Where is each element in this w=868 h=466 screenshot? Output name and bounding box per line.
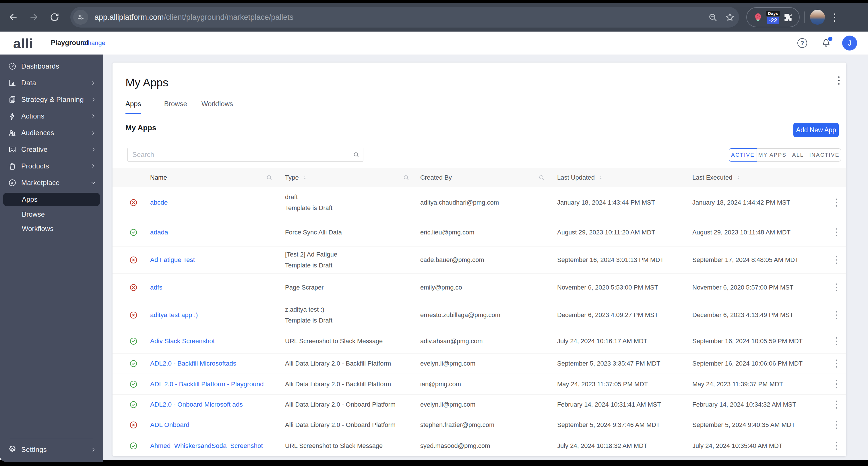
bookmark-star-icon[interactable] <box>725 12 735 22</box>
sidebar-item-dashboards[interactable]: Dashboards <box>0 58 103 74</box>
app-name-link[interactable]: aditya test app :) <box>150 311 198 319</box>
column-header-last-executed[interactable]: Last Executed <box>692 174 732 181</box>
app-name-link[interactable]: ADL Onboard <box>150 421 189 429</box>
image-icon <box>8 145 17 154</box>
filter-all[interactable]: ALL <box>788 148 808 161</box>
sidebar-item-label: Workflows <box>22 225 53 233</box>
sidebar-item-creative[interactable]: Creative <box>0 141 103 158</box>
app-name-link[interactable]: adfs <box>150 284 162 291</box>
sidebar-item-products[interactable]: Products <box>0 158 103 175</box>
sidebar-item-workflows[interactable]: Workflows <box>3 221 100 236</box>
extensions-puzzle-icon[interactable] <box>782 12 794 23</box>
sidebar-item-label: Products <box>21 162 49 170</box>
created-by-search-icon[interactable] <box>538 174 546 181</box>
app-name-link[interactable]: Ahmed_WhiskersandSoda_Screenshot <box>150 442 263 449</box>
filter-active[interactable]: ACTIVE <box>729 148 757 161</box>
table-row[interactable]: Ahmed_WhiskersandSoda_Screenshot URL Scr… <box>113 435 846 456</box>
url-host: app.alliplatform.com <box>94 13 164 22</box>
alli-logo: alli <box>13 36 33 51</box>
column-header-last-updated[interactable]: Last Updated <box>557 174 595 181</box>
notifications-bell-icon[interactable] <box>820 37 832 49</box>
table-row[interactable]: aditya test app :) z.aditya test :)Templ… <box>113 301 846 329</box>
sidebar-item-marketplace[interactable]: Marketplace <box>0 175 103 191</box>
row-actions-menu-icon[interactable] <box>836 311 837 319</box>
browser-profile-avatar[interactable] <box>810 10 825 25</box>
sidebar-item-browse[interactable]: Browse <box>3 207 100 221</box>
app-last-executed: November 6, 2020 5:57:00 PM MST <box>687 284 827 291</box>
table-row[interactable]: adada Force Sync Alli Data eric.lieu@pmg… <box>113 218 846 246</box>
browser-reload-icon[interactable] <box>50 12 60 22</box>
sidebar-sublist: AppsBrowseWorkflows <box>0 191 103 237</box>
status-active-icon <box>129 359 138 368</box>
strawberry-extension-icon[interactable] <box>753 12 764 23</box>
row-actions-menu-icon[interactable] <box>836 198 837 207</box>
row-actions-menu-icon[interactable] <box>836 228 837 237</box>
table-row[interactable]: ADL 2.0 - Backfill Platform - Playground… <box>113 374 846 394</box>
sidebar-item-settings[interactable]: Settings <box>0 441 103 458</box>
status-inactive-icon <box>129 421 138 429</box>
column-header-name[interactable]: Name <box>150 174 167 181</box>
app-name-link[interactable]: ADL2.0 - Onboard Microsoft ads <box>150 401 243 408</box>
sidebar-item-apps[interactable]: Apps <box>3 193 100 206</box>
row-actions-menu-icon[interactable] <box>836 337 837 345</box>
browser-forward-icon[interactable] <box>29 12 39 22</box>
zoom-indicator-icon[interactable] <box>708 12 718 22</box>
last-updated-sort-icon[interactable] <box>598 175 604 181</box>
row-actions-menu-icon[interactable] <box>836 421 837 429</box>
table-row[interactable]: ADL2.0 - Onboard Microsoft ads Alli Data… <box>113 394 846 415</box>
app-last-executed: May 24, 2023 11:39:37 PM MDT <box>687 380 827 388</box>
site-settings-icon[interactable] <box>73 10 88 25</box>
row-actions-menu-icon[interactable] <box>836 283 837 291</box>
user-avatar[interactable]: J <box>842 36 857 51</box>
table-row[interactable]: ADL2.0 - Backfill Microsoftads Alli Data… <box>113 353 846 374</box>
table-body: abcde draftTemplate is Draft aditya.chau… <box>113 187 846 456</box>
sidebar-item-actions[interactable]: Actions <box>0 108 103 125</box>
change-workspace-link[interactable]: Change <box>83 39 105 47</box>
section-title: My Apps <box>125 123 156 132</box>
card-menu-icon[interactable] <box>838 76 840 85</box>
filter-inactive[interactable]: INACTIVE <box>808 148 841 161</box>
table-row[interactable]: ADL Onboard Alli Data Library 2.0 - Onbo… <box>113 415 846 435</box>
filter-my-apps[interactable]: MY APPS <box>756 148 788 161</box>
app-created-by: eric.lieu@pmg.com <box>415 229 551 236</box>
app-name-link[interactable]: Adiv Slack Screenshot <box>150 337 215 345</box>
row-actions-menu-icon[interactable] <box>836 380 837 388</box>
app-name-link[interactable]: Ad Fatigue Test <box>150 256 195 264</box>
table-row[interactable]: Ad Fatigue Test [Test 2] Ad FatigueTempl… <box>113 246 846 274</box>
add-new-app-button[interactable]: Add New App <box>794 123 839 137</box>
tab-apps[interactable]: Apps <box>125 96 141 114</box>
row-actions-menu-icon[interactable] <box>836 360 837 368</box>
column-header-type[interactable]: Type <box>285 174 299 181</box>
sidebar-item-audiences[interactable]: Audiences <box>0 125 103 141</box>
tab-browse[interactable]: Browse <box>164 96 187 114</box>
address-bar[interactable]: app.alliplatform.com/client/playground/m… <box>70 7 739 28</box>
column-header-created-by[interactable]: Created By <box>420 174 452 181</box>
app-name-link[interactable]: adada <box>150 229 168 236</box>
table-row[interactable]: abcde draftTemplate is Draft aditya.chau… <box>113 187 846 218</box>
sidebar-item-strategy-planning[interactable]: Strategy & Planning <box>0 91 103 108</box>
last-executed-sort-icon[interactable] <box>735 175 741 181</box>
row-actions-menu-icon[interactable] <box>836 442 837 450</box>
search-input[interactable] <box>127 148 363 161</box>
chevron-right-icon <box>90 447 96 453</box>
header-divider <box>40 35 40 51</box>
app-last-executed: January 18, 2024 1:44:42 PM MST <box>687 199 827 206</box>
table-row[interactable]: Adiv Slack Screenshot URL Screenshot to … <box>113 329 846 353</box>
app-name-link[interactable]: ADL2.0 - Backfill Microsoftads <box>150 360 236 367</box>
tab-workflows[interactable]: Workflows <box>202 96 233 114</box>
help-icon[interactable] <box>797 38 807 48</box>
app-name-link[interactable]: abcde <box>150 199 167 206</box>
table-row[interactable]: adfs Page Scraper emily@pmg.co November … <box>113 274 846 301</box>
browser-menu-icon[interactable] <box>834 13 835 22</box>
row-actions-menu-icon[interactable] <box>836 401 837 409</box>
row-actions-menu-icon[interactable] <box>836 256 837 264</box>
type-sort-icon[interactable] <box>302 175 308 181</box>
type-search-icon[interactable] <box>402 174 410 181</box>
name-search-icon[interactable] <box>266 174 273 181</box>
app-last-executed: September 16, 2024 10:06:06 PM MDT <box>687 360 827 367</box>
days-counter-extension[interactable]: Days -22 <box>766 11 780 24</box>
app-type: URL Screenshot to Slack Message <box>283 336 415 347</box>
sidebar-item-data[interactable]: Data <box>0 74 103 91</box>
browser-back-icon[interactable] <box>8 12 19 22</box>
app-name-link[interactable]: ADL 2.0 - Backfill Platform - Playground <box>150 380 264 388</box>
